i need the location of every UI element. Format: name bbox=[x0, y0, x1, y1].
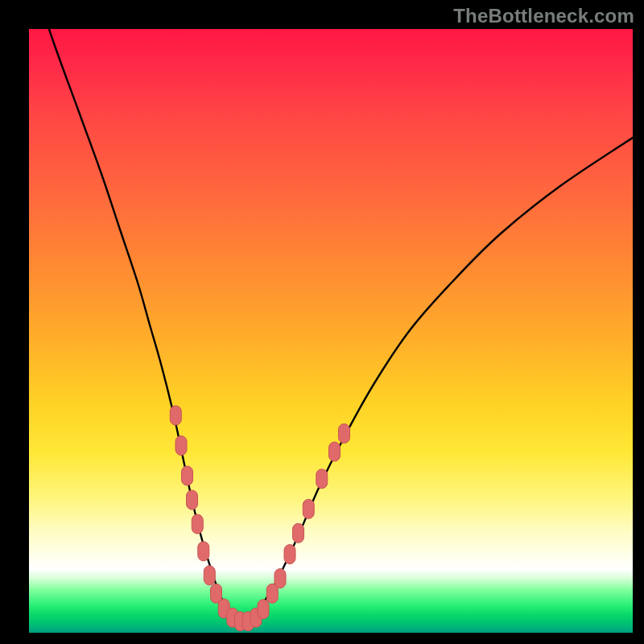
highlight-dot bbox=[170, 406, 181, 425]
chart-frame: TheBottleneck.com bbox=[0, 0, 644, 644]
highlight-dot bbox=[198, 542, 209, 561]
highlight-dot bbox=[303, 499, 314, 518]
highlight-dot bbox=[204, 566, 215, 585]
highlight-dot bbox=[329, 442, 341, 461]
plot-area bbox=[29, 29, 633, 633]
highlight-dot bbox=[258, 600, 269, 619]
highlight-dot bbox=[192, 514, 203, 534]
highlight-dot bbox=[316, 469, 328, 489]
watermark-text: TheBottleneck.com bbox=[453, 5, 634, 27]
highlight-dots-group bbox=[170, 406, 349, 631]
highlight-dot bbox=[293, 523, 304, 543]
highlight-dot bbox=[275, 569, 286, 588]
bottleneck-curve bbox=[29, 29, 633, 621]
chart-svg bbox=[29, 29, 633, 633]
highlight-dot bbox=[182, 466, 193, 485]
highlight-dot bbox=[339, 424, 350, 444]
highlight-dot bbox=[175, 436, 187, 456]
highlight-dot bbox=[187, 490, 198, 510]
highlight-dot bbox=[284, 545, 295, 564]
